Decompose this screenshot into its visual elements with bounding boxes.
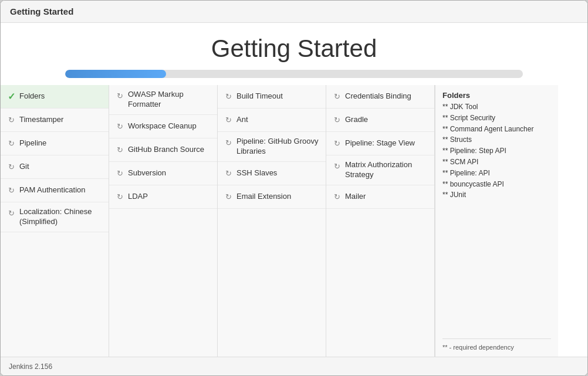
info-item: ** JDK Tool (442, 102, 551, 112)
plugin-label: Pipeline (19, 138, 46, 148)
check-icon: ✓ (6, 92, 16, 101)
plugin-col-4: ↻ Credentials Binding ↻ Gradle ↻ Pipelin… (326, 85, 435, 357)
plugin-label: Credentials Binding (345, 92, 411, 101)
title-bar: Getting Started (1, 1, 587, 23)
list-item[interactable]: ↻ Pipeline (1, 132, 109, 155)
plugin-label: GitHub Branch Source (128, 145, 204, 155)
info-item: ** Command Agent Launcher (442, 124, 551, 134)
sync-icon: ↻ (224, 192, 233, 201)
plugin-label: Pipeline: Stage View (345, 138, 415, 148)
main-window: Getting Started Getting Started ✓ Folder… (0, 0, 588, 376)
plugin-label: OWASP Markup Formatter (128, 90, 211, 110)
list-item[interactable]: ↻ Email Extension (218, 185, 326, 209)
plugin-label: Timestamper (19, 115, 63, 125)
list-item[interactable]: ↻ GitHub Branch Source (109, 138, 217, 162)
sync-icon: ↻ (332, 161, 342, 171)
content-area: Getting Started ✓ Folders ↻ Timestamper (1, 23, 587, 357)
info-panel: Folders ** JDK Tool ** Script Security *… (435, 85, 558, 357)
list-item[interactable]: ↻ OWASP Markup Formatter (109, 85, 217, 115)
plugin-label: Gradle (345, 115, 368, 125)
list-item[interactable]: ↻ Pipeline: GitHub Groovy Libraries (218, 132, 326, 162)
list-item[interactable]: ↻ LDAP (109, 185, 217, 209)
plugins-columns: ✓ Folders ↻ Timestamper ↻ Pipeline ↻ Git (1, 85, 587, 357)
list-item[interactable]: ↻ Workspace Cleanup (109, 115, 217, 138)
plugin-label: Subversion (128, 168, 166, 178)
info-panel-footer: ** - required dependency (442, 338, 551, 351)
sync-icon: ↻ (115, 91, 124, 100)
info-item: ** bouncycastle API (442, 179, 551, 189)
sync-icon: ↻ (6, 186, 16, 195)
sync-icon: ↻ (115, 192, 124, 201)
sync-icon: ↻ (332, 192, 342, 201)
sync-icon: ↻ (332, 92, 342, 101)
plugin-label: Workspace Cleanup (128, 121, 197, 131)
plugin-label: LDAP (128, 192, 148, 202)
list-item[interactable]: ↻ Subversion (109, 162, 217, 185)
list-item[interactable]: ↻ Localization: Chinese (Simplified) (1, 202, 109, 232)
plugin-label: Pipeline: GitHub Groovy Libraries (236, 137, 320, 157)
plugin-col-1: ✓ Folders ↻ Timestamper ↻ Pipeline ↻ Git (1, 85, 109, 357)
sync-icon: ↻ (6, 208, 16, 218)
list-item[interactable]: ↻ Gradle (326, 109, 434, 132)
sync-icon: ↻ (224, 138, 233, 147)
sync-icon: ↻ (115, 145, 124, 154)
info-item: ** Pipeline: API (442, 168, 551, 178)
info-panel-content: Folders ** JDK Tool ** Script Security *… (442, 91, 551, 201)
sync-icon: ↻ (332, 139, 342, 148)
plugin-label: Matrix Authorization Strategy (345, 160, 428, 180)
plugin-label: Git (19, 162, 29, 172)
plugins-area: ✓ Folders ↻ Timestamper ↻ Pipeline ↻ Git (1, 85, 587, 357)
plugin-label: PAM Authentication (19, 185, 86, 195)
sync-icon: ↻ (224, 92, 233, 101)
sync-icon: ↻ (6, 162, 16, 172)
info-item: ** JUnit (442, 190, 551, 200)
list-item[interactable]: ↻ Credentials Binding (326, 85, 434, 109)
list-item[interactable]: ↻ Timestamper (1, 109, 109, 132)
plugin-label: Mailer (345, 192, 366, 202)
info-panel-title: Folders (442, 91, 551, 100)
jenkins-version-label: Jenkins 2.156 (9, 363, 52, 371)
plugin-label: Folders (19, 92, 45, 101)
list-item[interactable]: ↻ Git (1, 155, 109, 179)
sync-icon: ↻ (6, 139, 16, 148)
list-item[interactable]: ↻ PAM Authentication (1, 179, 109, 202)
list-item[interactable]: ↻ SSH Slaves (218, 162, 326, 185)
sync-icon: ↻ (6, 116, 16, 125)
list-item[interactable]: ↻ Mailer (326, 185, 434, 209)
list-item[interactable]: ↻ Pipeline: Stage View (326, 132, 434, 155)
info-item: ** Structs (442, 135, 551, 145)
plugin-label: Build Timeout (236, 92, 283, 101)
sync-icon: ↻ (115, 121, 124, 131)
plugin-label: Localization: Chinese (Simplified) (19, 207, 103, 227)
plugin-col-2: ↻ OWASP Markup Formatter ↻ Workspace Cle… (109, 85, 218, 357)
sync-icon: ↻ (224, 168, 233, 178)
info-item: ** Pipeline: Step API (442, 146, 551, 156)
plugin-label: Email Extension (236, 192, 291, 202)
list-item[interactable]: ↻ Build Timeout (218, 85, 326, 109)
plugin-label: Ant (236, 115, 248, 125)
sync-icon: ↻ (115, 168, 124, 178)
plugin-label: SSH Slaves (236, 168, 277, 178)
hero-title: Getting Started (211, 35, 377, 63)
list-item[interactable]: ↻ Ant (218, 109, 326, 132)
window-title: Getting Started (10, 6, 73, 16)
status-bar: Jenkins 2.156 (1, 357, 587, 375)
info-item: ** SCM API (442, 157, 551, 167)
info-item: ** Script Security (442, 113, 551, 123)
progress-bar-fill (65, 70, 166, 78)
sync-icon: ↻ (224, 116, 233, 125)
list-item[interactable]: ✓ Folders (1, 85, 109, 109)
list-item[interactable]: ↻ Matrix Authorization Strategy (326, 155, 434, 185)
plugin-col-3: ↻ Build Timeout ↻ Ant ↻ Pipeline: GitHub… (218, 85, 326, 357)
sync-icon: ↻ (332, 116, 342, 125)
hero-section: Getting Started (1, 23, 587, 85)
footer-text: ** - required dependency (442, 344, 514, 351)
progress-bar-container (65, 70, 523, 78)
